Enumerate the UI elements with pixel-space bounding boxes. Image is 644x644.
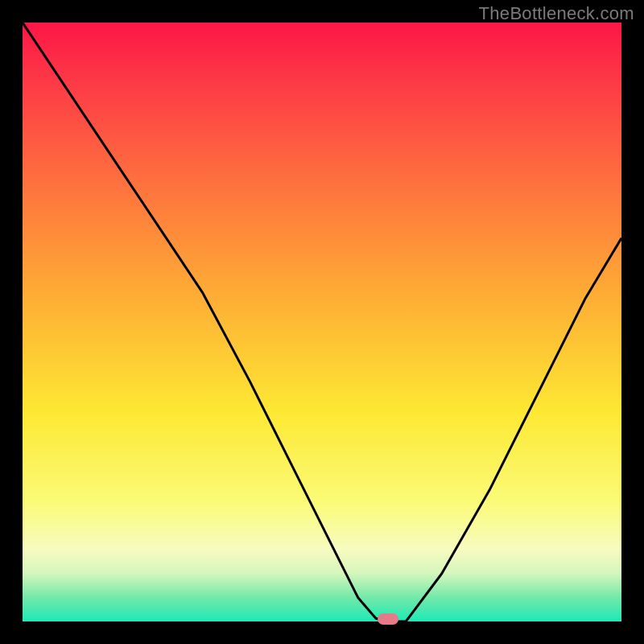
minimum-marker [378, 613, 398, 625]
watermark-text: TheBottleneck.com [479, 3, 634, 24]
chart-frame: TheBottleneck.com [0, 0, 644, 644]
plot-area [23, 23, 621, 621]
curve-svg [23, 23, 621, 621]
bottleneck-curve-path [23, 23, 621, 621]
